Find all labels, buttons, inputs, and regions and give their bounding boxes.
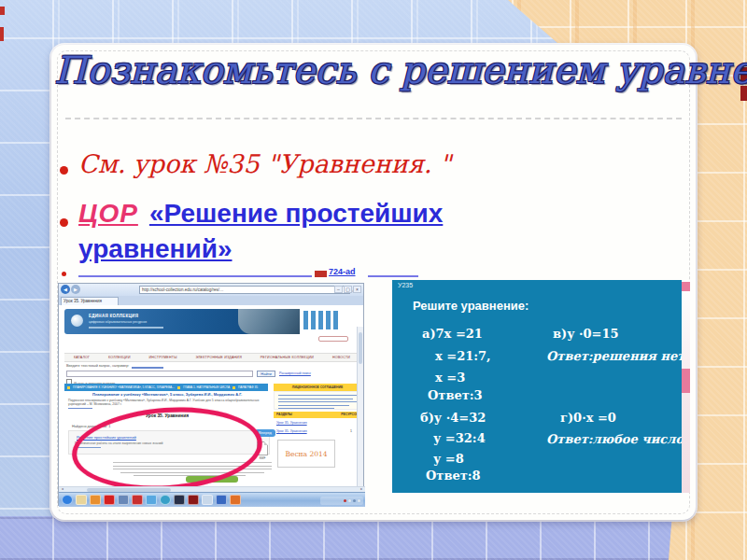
equation-b-result: у =8 xyxy=(433,452,464,466)
bullet-dot xyxy=(62,272,66,276)
site-tagline-line xyxy=(89,327,163,329)
scroll-left-icon[interactable]: ◄ xyxy=(61,487,63,491)
flag-bar xyxy=(311,311,316,329)
taskbar-icon-browser[interactable] xyxy=(62,495,73,505)
taskbar-icon[interactable] xyxy=(104,495,115,505)
equations-prompt: Решите уравнение: xyxy=(413,299,529,313)
flag-bar xyxy=(326,311,331,329)
advanced-search-link[interactable]: Расширенный поиск xyxy=(279,371,311,375)
minimize-icon[interactable]: – xyxy=(334,286,343,293)
maximize-icon[interactable]: ▢ xyxy=(344,286,352,293)
tray-icon[interactable] xyxy=(353,499,356,502)
taskbar-icon[interactable] xyxy=(90,495,101,505)
content-heading[interactable]: Планирование к учебнику «Математика», 5 … xyxy=(68,392,266,397)
address-bar[interactable]: http://school-collection.edu.ru/catalog/… xyxy=(139,286,350,294)
plaid-background-bottom xyxy=(0,516,747,560)
edge-red-accent xyxy=(0,27,4,41)
taskbar-icon[interactable] xyxy=(230,495,241,505)
tiny-url-line[interactable] xyxy=(368,275,418,277)
taskbar-icon-folder[interactable] xyxy=(76,495,87,505)
doc-type-label: SWF xyxy=(256,456,269,460)
taskbar-icon[interactable] xyxy=(188,495,199,505)
flag-bar xyxy=(303,311,308,329)
browser-screenshot: ◀ ▶ http://school-collection.edu.ru/cata… xyxy=(58,283,364,506)
search-label: Введите текстовый запрос, например: xyxy=(66,364,129,368)
sidebar-item-lesson[interactable]: Урок 35. Уравнения xyxy=(276,421,307,425)
content-paragraph: Поурочное планирование к учебнику «Матем… xyxy=(68,399,266,407)
scroll-right-icon[interactable]: ► xyxy=(360,487,363,491)
panel-scrollbar[interactable] xyxy=(682,280,690,493)
season-badge: Весна 2014 xyxy=(277,440,335,468)
breadcrumb-strip: ПЛАНИРОВАНИЕ К УЧЕБНИКУ «МАТЕМАТИКА», 5 … xyxy=(64,384,268,391)
equation-v-answer: Ответ:решения нет. xyxy=(546,349,689,363)
menu-item-news[interactable]: НОВОСТИ xyxy=(332,356,350,359)
sidebar-item-lesson[interactable]: Урок 35. Уравнения xyxy=(276,429,307,433)
browser-tab[interactable]: Урок 35. Уравнения xyxy=(61,297,119,305)
tray-icon[interactable] xyxy=(344,499,346,502)
vertical-scrollbar[interactable] xyxy=(357,327,363,486)
equation-a: а)7х =21 xyxy=(422,327,483,341)
menu-item-tools[interactable]: ИНСТРУМЕНТЫ xyxy=(149,356,177,359)
taskbar-icon[interactable] xyxy=(132,495,143,505)
url-fragment[interactable]: 724-ad xyxy=(329,267,356,276)
tiny-url-line[interactable] xyxy=(78,275,312,277)
license-box-header[interactable]: ЛИЦЕНЗИОННОЕ СОГЛАШЕНИЕ xyxy=(274,384,361,391)
banner-photo xyxy=(238,309,300,334)
menu-item-regional[interactable]: РЕГИОНАЛЬНЫЕ КОЛЛЕКЦИИ xyxy=(261,356,314,359)
site-subname: цифровых образовательных ресурсов xyxy=(89,320,147,324)
site-banner: ЕДИНАЯ КОЛЛЕКЦИЯ цифровых образовательны… xyxy=(64,309,300,334)
menu-item-editions[interactable]: ЭЛЕКТРОННЫЕ ИЗДАНИЯ xyxy=(195,356,242,359)
equation-a-answer: Ответ:3 xyxy=(428,388,483,402)
breadcrumb-planning[interactable]: ПЛАНИРОВАНИЕ К УЧЕБНИКУ «МАТЕМАТИКА», 5 … xyxy=(73,385,175,389)
site-menu: КАТАЛОГ КОЛЛЕКЦИИ ИНСТРУМЕНТЫ ЭЛЕКТРОННЫ… xyxy=(64,353,359,362)
equation-b: б)у ·4=32 xyxy=(420,411,486,425)
taskbar-icon[interactable] xyxy=(146,495,157,505)
search-example-link[interactable] xyxy=(132,367,163,369)
slide-title: Познакомьтесь с решением уравнений xyxy=(54,49,695,91)
scrollbar-mark xyxy=(682,282,690,291)
bullet1-text: См. урок №35 "Уравнения. " xyxy=(78,149,451,178)
tray-icon[interactable] xyxy=(348,499,351,502)
url-red-icon xyxy=(315,271,327,277)
browser-chrome: ◀ ▶ http://school-collection.edu.ru/cata… xyxy=(59,284,363,296)
banner-button[interactable] xyxy=(318,336,348,342)
search-input[interactable] xyxy=(66,371,253,377)
bullet-dot xyxy=(60,218,68,227)
system-tray[interactable] xyxy=(320,497,363,505)
back-icon[interactable]: ◀ xyxy=(61,285,70,294)
tray-icon[interactable] xyxy=(358,499,360,502)
taskbar-icon[interactable] xyxy=(118,495,129,505)
equation-g: г)0·х =0 xyxy=(560,411,616,425)
breadcrumb-chapter[interactable]: ГЛАВА 1. НАТУРАЛЬНЫЕ ЧИСЛА xyxy=(183,385,230,389)
cor-link[interactable]: ЦОР xyxy=(78,199,138,228)
close-icon[interactable]: × xyxy=(353,286,361,293)
equation-a-step: х =21:7, xyxy=(435,349,491,363)
title-divider xyxy=(65,118,682,119)
menu-item-collections[interactable]: КОЛЛЕКЦИИ xyxy=(108,356,131,359)
forward-icon[interactable]: ▶ xyxy=(71,285,80,294)
license-box-body xyxy=(274,391,361,410)
breadcrumb-paragraph[interactable]: ПАРАГРАФ 35 xyxy=(238,385,258,389)
resource-card-link[interactable] xyxy=(68,408,92,409)
bullet-dot xyxy=(60,166,68,175)
taskbar-icon[interactable] xyxy=(160,495,171,505)
breadcrumb-marker-icon xyxy=(177,386,180,389)
flag-bar xyxy=(318,311,323,329)
webpage: ЕДИНАЯ КОЛЛЕКЦИЯ цифровых образовательны… xyxy=(59,305,363,486)
tab-strip: Урок 35. Уравнения xyxy=(59,296,363,305)
menu-item-catalog[interactable]: КАТАЛОГ xyxy=(74,356,90,359)
equation-b-step: у =32:4 xyxy=(433,431,486,445)
flag-bar xyxy=(333,311,338,329)
equation-v: в)у ·0=15 xyxy=(553,327,619,341)
equations-panel: У235 Решите уравнение: а)7х =21 х =21:7,… xyxy=(392,280,682,493)
bullet2-text: ЦОР«Решение простейших уравнений» xyxy=(78,196,587,267)
taskbar-icon[interactable] xyxy=(202,495,213,505)
search-button[interactable]: Найти xyxy=(257,371,275,377)
taskbar-icon[interactable] xyxy=(216,495,227,505)
windows-taskbar xyxy=(59,492,365,507)
breadcrumb-marker-icon xyxy=(67,386,70,389)
breadcrumb-marker-icon xyxy=(233,386,235,389)
site-logo-icon xyxy=(71,315,83,327)
slide-canvas: Познакомьтесь с решением уравнений См. у… xyxy=(0,0,747,560)
taskbar-icon[interactable] xyxy=(174,495,185,505)
